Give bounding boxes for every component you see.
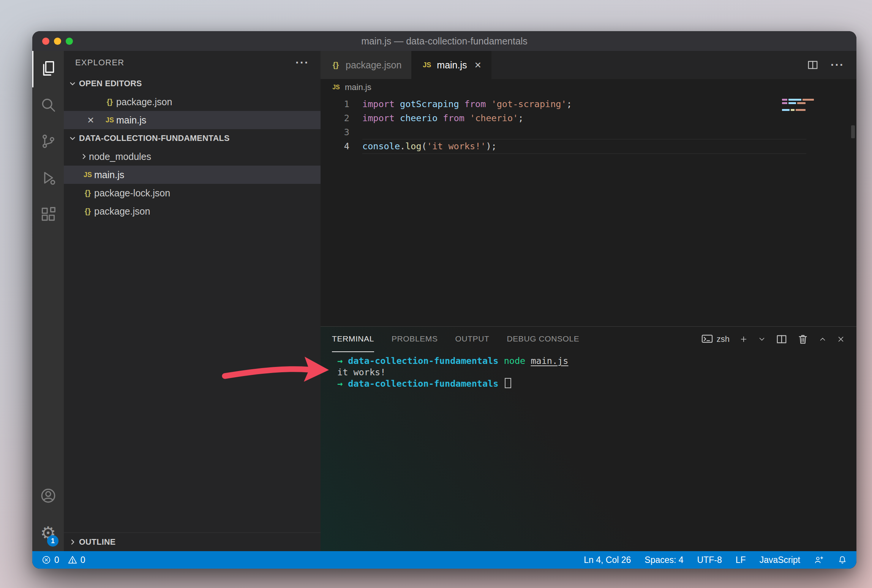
close-panel-icon[interactable] [837, 335, 845, 343]
panel-tab-terminal[interactable]: TERMINAL [332, 326, 374, 352]
encoding-setting[interactable]: UTF-8 [697, 555, 722, 565]
vscode-window: main.js — data-collection-fundamentals [32, 31, 856, 569]
sidebar-title: EXPLORER [75, 58, 124, 68]
tree-item-package-json[interactable]: {} package.json [64, 202, 321, 220]
section-open-editors[interactable]: OPEN EDITORS [64, 74, 321, 93]
explorer-more-actions-button[interactable]: ··· [295, 57, 309, 68]
code-editor[interactable]: 1234 import gotScraping from 'got-scrapi… [321, 96, 856, 326]
terminal-output[interactable]: → data-collection-fundamentals node main… [321, 352, 856, 551]
maximize-panel-icon[interactable] [818, 335, 827, 343]
split-terminal-icon[interactable] [776, 334, 787, 345]
chevron-right-icon [68, 537, 77, 547]
js-file-icon: JS [81, 171, 94, 179]
indentation-setting[interactable]: Spaces: 4 [645, 555, 683, 565]
chevron-right-icon [79, 152, 89, 161]
window-titlebar[interactable]: main.js — data-collection-fundamentals [32, 31, 856, 51]
run-debug-icon [40, 169, 57, 188]
tab-package-json[interactable]: {} package.json [321, 51, 412, 79]
minimap[interactable] [782, 99, 820, 111]
search-icon [40, 96, 57, 115]
new-terminal-button[interactable] [739, 335, 748, 343]
feedback-icon[interactable] [814, 555, 824, 565]
terminal-dropdown-icon[interactable] [758, 335, 766, 343]
tree-item-package-lock-json[interactable]: {} package-lock.json [64, 184, 321, 202]
code-line[interactable] [362, 125, 856, 139]
explorer-sidebar: EXPLORER ··· OPEN EDITORS {} package.jso… [64, 51, 321, 551]
code-line[interactable]: import cheerio from 'cheerio'; [362, 111, 856, 125]
json-file-icon: {} [103, 97, 116, 106]
activity-bar: ⚙ 1 [32, 51, 64, 551]
chevron-down-icon [68, 79, 77, 89]
panel-tab-debug-console[interactable]: DEBUG CONSOLE [507, 326, 579, 352]
source-control-icon [40, 133, 57, 151]
json-file-icon: {} [81, 207, 94, 216]
zoom-window-button[interactable] [66, 38, 73, 45]
activity-search[interactable] [32, 87, 64, 124]
terminal-cursor [505, 378, 511, 388]
activity-run-debug[interactable] [32, 160, 64, 197]
breadcrumb-file[interactable]: main.js [345, 82, 371, 92]
chevron-down-icon [68, 133, 77, 143]
panel-tab-output[interactable]: OUTPUT [455, 326, 489, 352]
desktop-background: main.js — data-collection-fundamentals [0, 0, 872, 588]
js-file-icon: JS [422, 61, 432, 69]
activity-source-control[interactable] [32, 124, 64, 160]
editor-more-actions-button[interactable]: ··· [831, 59, 844, 71]
split-editor-icon[interactable] [807, 59, 818, 71]
panel-tab-problems[interactable]: PROBLEMS [392, 326, 438, 352]
code-area[interactable]: import gotScraping from 'got-scraping';i… [362, 97, 856, 326]
terminal-line: → data-collection-fundamentals [337, 378, 856, 390]
close-window-button[interactable] [42, 38, 49, 45]
section-project-root[interactable]: DATA-COLLECTION-FUNDAMENTALS [64, 129, 321, 147]
terminal-line: it works! [337, 367, 856, 378]
line-number: 3 [321, 125, 349, 139]
close-tab-icon[interactable]: × [475, 59, 482, 71]
open-editor-main-js[interactable]: × JS main.js [64, 111, 321, 129]
open-editor-package-json[interactable]: {} package.json [64, 93, 321, 111]
json-file-icon: {} [330, 60, 341, 70]
editor-group: {} package.json JS main.js × ··· J [321, 51, 856, 551]
panel-header: TERMINAL PROBLEMS OUTPUT DEBUG CONSOLE z… [321, 327, 856, 352]
files-icon [40, 60, 57, 78]
eol-setting[interactable]: LF [736, 555, 746, 565]
section-outline[interactable]: OUTLINE [64, 533, 321, 551]
js-file-icon: JS [331, 84, 341, 91]
warning-icon [68, 555, 77, 565]
shell-picker[interactable]: zsh [701, 334, 730, 345]
breadcrumb[interactable]: JS main.js [321, 79, 856, 96]
line-number: 1 [321, 97, 349, 111]
editor-scrollbar[interactable] [851, 125, 855, 138]
tree-item-node-modules[interactable]: node_modules [64, 147, 321, 166]
activity-extensions[interactable] [32, 197, 64, 233]
line-numbers: 1234 [321, 97, 362, 326]
json-file-icon: {} [81, 188, 94, 198]
shell-label: zsh [717, 334, 730, 344]
terminal-line: → data-collection-fundamentals node main… [337, 356, 856, 367]
status-bar: 0 0 Ln 4, Col 26 Spaces: 4 UTF-8 LF Java… [32, 551, 856, 569]
traffic-lights [42, 31, 73, 51]
code-line[interactable]: console.log('it works!'); [362, 139, 856, 153]
settings-button[interactable]: ⚙ 1 [32, 515, 64, 551]
terminal-icon [701, 334, 713, 345]
line-number: 4 [321, 139, 349, 153]
kill-terminal-icon[interactable] [797, 334, 809, 345]
tab-main-js[interactable]: JS main.js × [412, 51, 491, 79]
problems-indicator[interactable]: 0 0 [41, 555, 85, 565]
cursor-position[interactable]: Ln 4, Col 26 [584, 555, 631, 565]
line-number: 2 [321, 111, 349, 125]
extensions-icon [40, 206, 57, 224]
close-editor-icon[interactable]: × [87, 114, 94, 126]
language-mode[interactable]: JavaScript [760, 555, 800, 565]
tree-item-main-js[interactable]: JS main.js [64, 166, 321, 184]
js-file-icon: JS [103, 116, 116, 124]
minimize-window-button[interactable] [54, 38, 61, 45]
activity-explorer[interactable] [32, 51, 64, 87]
notifications-bell-icon[interactable] [837, 555, 847, 565]
settings-badge: 1 [47, 535, 58, 547]
editor-tab-bar: {} package.json JS main.js × ··· [321, 51, 856, 79]
bottom-panel: TERMINAL PROBLEMS OUTPUT DEBUG CONSOLE z… [321, 326, 856, 551]
error-icon [41, 555, 51, 565]
account-icon [40, 487, 57, 506]
window-title: main.js — data-collection-fundamentals [32, 31, 856, 51]
account-button[interactable] [32, 478, 64, 515]
